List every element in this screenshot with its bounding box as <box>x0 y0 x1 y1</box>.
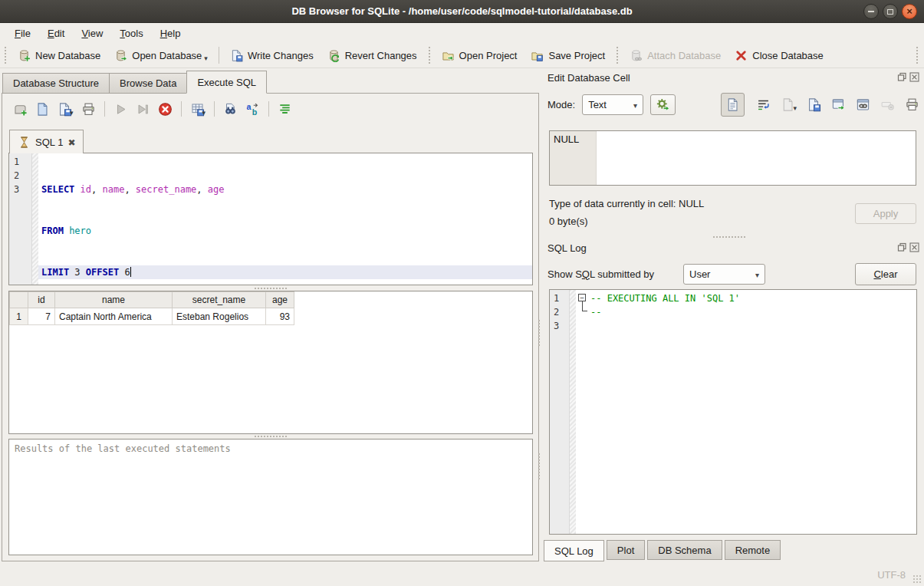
close-panel-icon[interactable] <box>909 242 919 252</box>
cell-editor[interactable]: NULL <box>549 130 916 186</box>
menu-item-help[interactable]: Help <box>152 25 189 41</box>
close-panel-icon[interactable] <box>909 72 919 82</box>
dock-tab-db-schema[interactable]: DB Schema <box>647 540 722 560</box>
print-sql-button[interactable] <box>81 102 96 117</box>
revert-changes-button[interactable]: Revert Changes <box>321 46 424 65</box>
dock-tab-sql-log[interactable]: SQL Log <box>544 540 604 561</box>
sql-log-view[interactable]: 1 2 3 -- EXECUTING ALL IN 'SQL 1' -- <box>549 289 917 535</box>
open-sql-file-button[interactable] <box>35 102 50 117</box>
cell-size-info: 0 byte(s) <box>549 216 588 227</box>
autocomplete-button[interactable]: ab <box>245 102 260 117</box>
toolbar-drag-handle[interactable] <box>916 47 918 64</box>
corner-header[interactable] <box>10 292 28 308</box>
cell-edit-toolbar <box>721 93 919 117</box>
cell-type-info: Type of data currently in cell: NULL <box>549 198 704 209</box>
stop-execution-button[interactable] <box>158 102 173 117</box>
dock-tab-plot[interactable]: Plot <box>607 540 645 560</box>
open-in-cell-button <box>781 97 797 112</box>
save-sql-dropdown-icon[interactable] <box>70 106 74 117</box>
encoding-indicator[interactable]: UTF-8 <box>877 569 906 581</box>
table-header-row: id name secret_name age <box>10 292 294 308</box>
clear-log-button[interactable]: Clear <box>855 263 916 285</box>
tab-database-structure[interactable]: Database Structure <box>2 73 110 94</box>
toolbar-drag-handle[interactable] <box>5 47 6 64</box>
export-cell-data-button[interactable] <box>831 97 846 112</box>
save-results-button[interactable] <box>190 102 206 117</box>
close-button[interactable]: × <box>902 4 917 19</box>
open-url-button[interactable] <box>856 97 870 112</box>
save-project-button[interactable]: Save Project <box>524 46 612 65</box>
menu-item-view[interactable]: View <box>73 25 111 41</box>
cell-id[interactable]: 7 <box>28 308 55 325</box>
text-caret <box>130 267 131 277</box>
import-cell-data-button[interactable] <box>807 97 821 112</box>
minimize-button[interactable] <box>863 4 879 19</box>
sql-log-panel-title: SQL Log <box>547 242 587 254</box>
window-controls: × <box>863 4 917 19</box>
auto-apply-button[interactable] <box>650 94 676 115</box>
tab-execute-sql[interactable]: Execute SQL <box>186 71 267 94</box>
log-filter-select[interactable]: User <box>683 264 765 285</box>
sql-editor-tab[interactable]: SQL 1 <box>9 130 84 153</box>
titlebar[interactable]: DB Browser for SQLite - /home/user/code/… <box>0 0 924 23</box>
mode-select[interactable]: Text <box>582 94 643 115</box>
tab-browse-data[interactable]: Browse Data <box>109 73 187 94</box>
import-file-icon <box>807 97 821 112</box>
format-sql-button[interactable] <box>278 102 292 117</box>
close-tab-icon[interactable] <box>67 137 75 148</box>
new-sql-tab-button[interactable] <box>13 102 28 117</box>
column-header-secret-name[interactable]: secret_name <box>173 292 266 308</box>
attach-database-button: Attach Database <box>623 46 728 65</box>
float-panel-icon[interactable] <box>897 242 907 252</box>
toolbar-separator <box>219 47 219 64</box>
column-header-name[interactable]: name <box>55 292 173 308</box>
open-database-icon <box>114 49 127 62</box>
row-number-cell[interactable]: 1 <box>10 308 28 325</box>
resize-grip[interactable] <box>912 574 922 584</box>
execute-line-button <box>136 102 150 117</box>
menu-item-tools[interactable]: Tools <box>111 25 151 41</box>
editor-results-splitter[interactable] <box>2 286 538 290</box>
save-results-dropdown-icon[interactable] <box>202 106 206 117</box>
open-project-button[interactable]: Open Project <box>435 46 524 65</box>
code-line-3: LIMIT 3 OFFSET 6 <box>38 265 532 279</box>
cell-editor-gutter: NULL <box>550 131 597 185</box>
toolbar-separator <box>268 101 269 117</box>
execute-all-button <box>113 102 128 117</box>
column-header-id[interactable]: id <box>28 292 55 308</box>
dock-tab-remote[interactable]: Remote <box>725 540 781 560</box>
menu-item-edit[interactable]: Edit <box>39 25 73 41</box>
maximize-button[interactable] <box>883 4 898 19</box>
menu-item-file[interactable]: File <box>6 25 39 41</box>
code-line-1: SELECT id, name, secret_name, age <box>38 183 532 196</box>
sql-editor[interactable]: 1 2 3 SELECT id, name, secret_name, age … <box>8 153 533 285</box>
text-mode-button[interactable] <box>721 93 745 117</box>
open-database-button[interactable]: Open Database <box>107 46 215 65</box>
cell-name[interactable]: Captain North America <box>55 308 173 325</box>
window-title: DB Browser for SQLite - /home/user/code/… <box>291 5 632 17</box>
column-header-age[interactable]: age <box>266 292 294 308</box>
close-database-button[interactable]: Close Database <box>728 46 830 65</box>
word-wrap-button[interactable] <box>756 97 771 112</box>
save-sql-file-button[interactable] <box>58 102 74 117</box>
sql-code[interactable]: SELECT id, name, secret_name, age FROM h… <box>38 153 532 285</box>
open-database-dropdown-icon[interactable] <box>204 51 208 63</box>
write-changes-button[interactable]: Write Changes <box>223 46 321 65</box>
cell-editor-area[interactable] <box>597 131 916 185</box>
cell-log-splitter[interactable] <box>541 235 918 239</box>
find-button[interactable] <box>223 102 238 117</box>
float-panel-icon[interactable] <box>897 72 907 82</box>
cell-age[interactable]: 93 <box>266 308 294 325</box>
new-database-button[interactable]: New Database <box>11 46 107 65</box>
word-wrap-icon <box>756 97 771 112</box>
toolbar-drag-handle[interactable] <box>429 47 430 64</box>
cell-secret-name[interactable]: Esteban Rogelios <box>173 308 266 325</box>
results-message-splitter[interactable] <box>2 434 538 438</box>
toolbar-drag-handle[interactable] <box>617 47 618 64</box>
fold-marker-icon[interactable] <box>578 294 586 301</box>
mode-label: Mode: <box>547 99 575 110</box>
set-null-icon <box>880 97 895 112</box>
results-message-pane[interactable]: Results of the last executed statements <box>8 439 533 555</box>
print-cell-button[interactable] <box>905 97 919 112</box>
fold-tree-line <box>582 301 587 311</box>
